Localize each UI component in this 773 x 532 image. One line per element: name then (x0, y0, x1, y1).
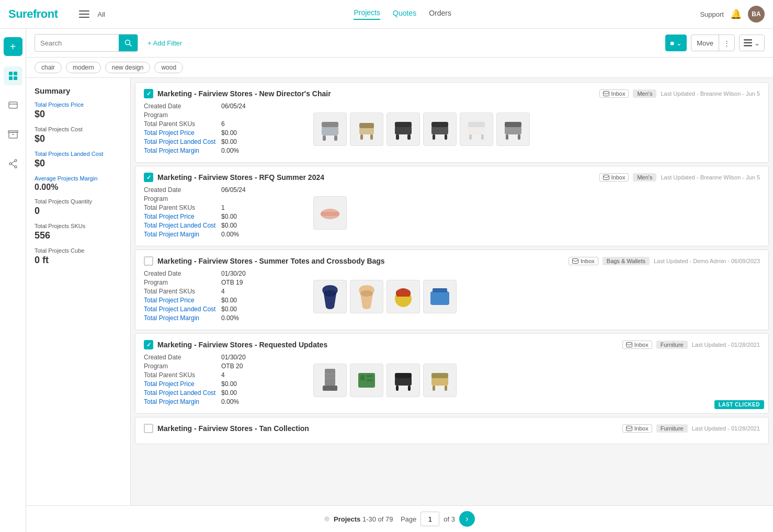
hamburger-menu-icon[interactable] (79, 10, 89, 18)
category-tag-1: Men's (633, 89, 656, 98)
svg-rect-3 (14, 76, 17, 80)
summary-value-average-margin: 0.00% (35, 183, 122, 192)
svg-rect-36 (518, 134, 520, 140)
sidebar-icon-share[interactable] (4, 154, 22, 173)
inbox-tag-2: Inbox (599, 173, 629, 182)
support-button[interactable]: Support (700, 10, 724, 18)
summary-label-total-skus: Total Projects SKUs (35, 223, 122, 229)
svg-rect-60 (431, 377, 448, 386)
add-filter-button[interactable]: + Add Filter (143, 36, 186, 50)
svg-rect-46 (433, 288, 447, 292)
top-navigation: Surefront All Projects Quotes Orders Sup… (0, 0, 773, 29)
inbox-tag-5: Inbox (622, 424, 652, 433)
search-input[interactable] (35, 39, 119, 47)
main-layout: + (0, 29, 773, 532)
next-page-button[interactable]: › (459, 511, 475, 527)
product-thumbs-1 (313, 103, 530, 156)
summary-title: Summary (35, 86, 122, 95)
project-card-3: Marketing - Fairview Stores - Summer Tot… (135, 250, 769, 330)
svg-rect-14 (322, 126, 338, 135)
toolbar: + Add Filter ■ ⌄ Move ⋮ ⌄ (26, 29, 773, 58)
filter-tag-new-design[interactable]: new design (105, 62, 151, 73)
svg-point-42 (324, 290, 336, 297)
svg-point-8 (9, 163, 12, 165)
svg-rect-32 (481, 134, 484, 140)
move-button[interactable]: Move ⋮ (691, 35, 735, 51)
svg-rect-30 (468, 126, 485, 134)
svg-rect-12 (744, 45, 752, 47)
main-nav: Projects Quotes Orders (354, 8, 451, 20)
last-updated-4: Last Updated - 01/28/2021 (692, 342, 760, 348)
filter-tag-modern[interactable]: modern (66, 62, 101, 73)
summary-value-total-projects-cost: $0 (35, 133, 122, 144)
project-checkbox-2[interactable] (144, 173, 153, 182)
nav-right: Support 🔔 BA (700, 6, 765, 22)
product-thumb (386, 280, 420, 313)
notification-bell-icon[interactable]: 🔔 (730, 8, 742, 20)
project-checkbox-3[interactable] (144, 256, 153, 266)
svg-rect-21 (359, 123, 374, 128)
category-tag-3: Bags & Wallets (603, 257, 650, 265)
project-checkbox-4[interactable] (144, 340, 153, 349)
svg-rect-47 (626, 343, 632, 347)
project-title-3: Marketing - Fairview Stores - Summer Tot… (157, 257, 564, 265)
svg-rect-24 (407, 134, 411, 140)
inbox-tag-3: Inbox (569, 257, 598, 265)
svg-rect-45 (430, 291, 449, 305)
svg-rect-59 (395, 373, 412, 378)
nav-link-quotes[interactable]: Quotes (393, 9, 416, 19)
summary-total-landed-cost: Total Projects Landed Cost $0 (35, 151, 122, 169)
project-checkbox-1[interactable] (144, 89, 153, 98)
sidebar-icon-inbox[interactable] (4, 96, 22, 115)
project-card-1: Marketing - Fairview Stores - New Direct… (135, 82, 769, 163)
svg-rect-63 (431, 373, 448, 378)
project-title-2: Marketing - Fairview Stores - RFQ Summer… (157, 173, 595, 182)
svg-rect-0 (9, 72, 13, 75)
filter-tag-wood[interactable]: wood (154, 62, 183, 73)
summary-label-total-projects-price: Total Projects Price (35, 101, 122, 108)
svg-rect-2 (9, 76, 13, 80)
svg-rect-48 (325, 369, 335, 386)
product-thumb (423, 112, 457, 146)
svg-rect-10 (744, 39, 752, 41)
product-thumb (496, 112, 530, 146)
product-thumbs-2 (313, 186, 347, 240)
last-updated-1: Last Updated - Breanne Wilson - Jun 5 (661, 90, 760, 97)
project-card-4: Marketing - Fairview Stores - Requested … (135, 333, 769, 414)
summary-label-total-landed-cost: Total Projects Landed Cost (35, 151, 122, 157)
svg-rect-35 (506, 134, 508, 140)
project-body-4: Created Date01/30/20 ProgramOTB 20 Total… (144, 354, 760, 407)
summary-total-quantity: Total Projects Quantity 0 (35, 198, 122, 217)
filter-toggle-button[interactable]: ■ ⌄ (665, 35, 687, 51)
product-thumb (460, 112, 493, 146)
nav-link-orders[interactable]: Orders (429, 9, 451, 19)
project-checkbox-5[interactable] (144, 424, 153, 433)
search-button[interactable] (119, 34, 138, 52)
svg-rect-1 (14, 72, 17, 75)
project-header-2: Marketing - Fairview Stores - RFQ Summer… (144, 173, 760, 182)
page-number-input[interactable] (420, 512, 439, 526)
svg-rect-5 (9, 132, 17, 138)
logo-text: Surefront (8, 7, 58, 21)
svg-point-43 (360, 290, 373, 297)
last-clicked-badge: LAST CLICKED (714, 400, 764, 409)
nav-link-projects[interactable]: Projects (354, 8, 380, 20)
svg-rect-19 (360, 134, 363, 140)
sidebar-icon-projects[interactable] (4, 66, 22, 85)
svg-rect-13 (603, 92, 609, 96)
projects-list: Marketing - Fairview Stores - New Direct… (131, 78, 773, 505)
sidebar-icon-add[interactable]: + (4, 37, 22, 56)
summary-average-margin: Average Projects Margin 0.00% (35, 175, 122, 192)
avatar[interactable]: BA (748, 6, 765, 22)
filter-tag-chair[interactable]: chair (35, 62, 62, 73)
product-thumb (313, 196, 347, 230)
project-header-1: Marketing - Fairview Stores - New Direct… (144, 89, 760, 98)
svg-rect-58 (408, 386, 411, 391)
svg-rect-26 (431, 126, 448, 134)
view-toggle-button[interactable]: ⌄ (739, 35, 765, 51)
product-thumbs-3 (313, 270, 457, 323)
product-thumb (423, 280, 457, 313)
sidebar-icon-archive[interactable] (4, 125, 22, 144)
svg-rect-64 (626, 426, 632, 431)
svg-rect-23 (396, 134, 399, 140)
